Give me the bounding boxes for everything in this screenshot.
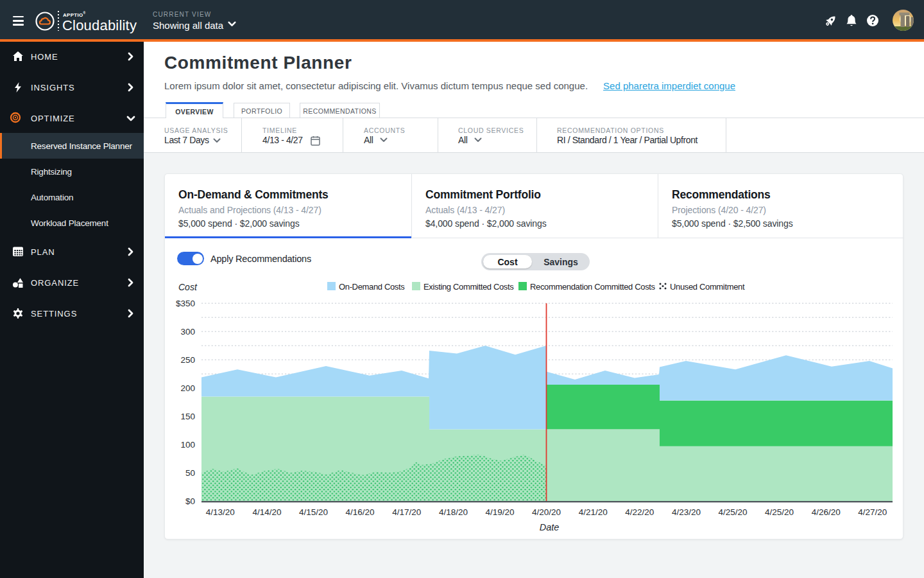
svg-text:4/15/20: 4/15/20 bbox=[299, 507, 328, 517]
svg-text:250: 250 bbox=[180, 355, 195, 365]
svg-text:300: 300 bbox=[180, 327, 195, 337]
svg-text:4/14/20: 4/14/20 bbox=[252, 507, 281, 517]
svg-text:4/13/20: 4/13/20 bbox=[206, 507, 235, 517]
svg-text:$0: $0 bbox=[185, 496, 195, 506]
svg-text:50: 50 bbox=[185, 468, 195, 478]
svg-text:4/23/20: 4/23/20 bbox=[672, 507, 701, 517]
svg-text:4/17/20: 4/17/20 bbox=[392, 507, 421, 517]
svg-text:Date: Date bbox=[540, 522, 560, 532]
svg-text:4/20/20: 4/20/20 bbox=[532, 507, 561, 517]
svg-text:4/22/20: 4/22/20 bbox=[625, 507, 654, 517]
svg-text:100: 100 bbox=[180, 440, 195, 450]
svg-text:4/25/20: 4/25/20 bbox=[718, 507, 747, 517]
svg-text:4/21/20: 4/21/20 bbox=[579, 507, 608, 517]
svg-text:$350: $350 bbox=[176, 299, 195, 308]
svg-text:150: 150 bbox=[180, 412, 195, 421]
svg-text:200: 200 bbox=[180, 383, 195, 393]
svg-text:4/16/20: 4/16/20 bbox=[346, 507, 375, 517]
svg-text:4/25/20: 4/25/20 bbox=[765, 507, 794, 517]
svg-text:4/26/20: 4/26/20 bbox=[812, 507, 841, 517]
svg-text:4/19/20: 4/19/20 bbox=[485, 507, 514, 517]
svg-text:4/18/20: 4/18/20 bbox=[439, 507, 468, 517]
svg-text:4/27/20: 4/27/20 bbox=[858, 507, 887, 517]
